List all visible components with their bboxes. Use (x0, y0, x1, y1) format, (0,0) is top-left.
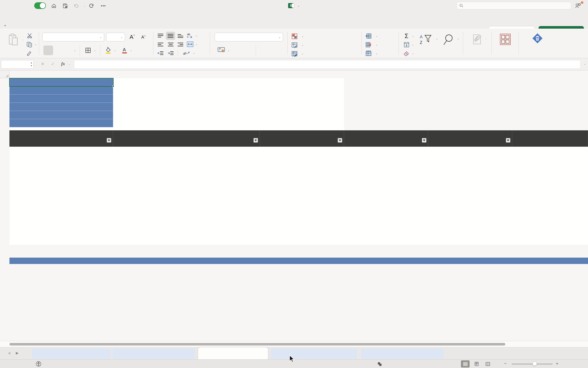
filter-button-masa-instalacja[interactable] (338, 138, 342, 143)
cell-B3[interactable] (114, 95, 341, 103)
sheet-tab-slownik-p[interactable] (523, 349, 561, 359)
cell-B6[interactable] (114, 119, 341, 127)
zoom-slider-knob[interactable] (532, 361, 537, 366)
carbowaste-icon[interactable] (530, 31, 545, 45)
tab-wstaw[interactable] (62, 15, 63, 24)
underline-button[interactable] (64, 45, 72, 55)
page-break-view-button[interactable] (483, 360, 492, 367)
cell-B1[interactable] (114, 78, 341, 86)
horizontal-scrollbar-thumb[interactable] (9, 343, 505, 346)
cell-A6[interactable] (9, 119, 113, 127)
paste-button[interactable] (6, 32, 21, 48)
comma-style-button[interactable] (243, 43, 252, 53)
font-name-select[interactable]: ⌄ (42, 33, 104, 41)
people-chat-icon[interactable] (575, 2, 583, 10)
addins-icon[interactable] (498, 33, 512, 46)
sheet-tab-potwierdzone[interactable] (113, 349, 195, 359)
sensitivity-icon[interactable] (470, 33, 484, 46)
sort-filter-icon[interactable]: AZ (418, 33, 435, 47)
tab-formuly[interactable] (167, 15, 168, 24)
table-header-masa-poza[interactable] (344, 130, 428, 147)
page-layout-view-button[interactable] (472, 360, 481, 367)
increase-decimal-icon[interactable] (259, 45, 271, 55)
cell-B5[interactable] (114, 111, 341, 119)
zoom-slider-track[interactable] (512, 364, 553, 364)
horizontal-scrollbar[interactable] (0, 341, 588, 347)
increase-font-icon[interactable]: A˄ (127, 33, 137, 41)
align-right-icon[interactable] (176, 41, 185, 48)
table-header-rodzaj[interactable] (113, 130, 260, 147)
borders-icon[interactable] (83, 46, 93, 55)
tab-uklad-strony[interactable] (126, 15, 127, 24)
cell-B2[interactable] (114, 86, 341, 95)
tab-narzedzia-glowne[interactable] (5, 15, 6, 24)
fill-color-icon[interactable] (104, 45, 113, 55)
table-header-masa-instalacja[interactable] (260, 130, 344, 147)
accounting-format-icon[interactable] (216, 45, 227, 54)
delete-cells-button[interactable]: ⌄ (365, 42, 378, 48)
decrease-indent-icon[interactable] (156, 50, 165, 57)
align-left-icon[interactable] (156, 41, 165, 48)
table-header-przekazane[interactable] (512, 130, 588, 147)
align-center-icon[interactable] (166, 41, 175, 48)
enter-icon[interactable]: ✓ (51, 61, 55, 67)
filter-button-masa-poza[interactable] (422, 138, 426, 143)
sheet-tab-keo-roczne[interactable] (198, 347, 268, 360)
zoom-out-icon[interactable]: − (504, 361, 507, 366)
italic-button[interactable] (55, 45, 63, 55)
cell-A5[interactable] (9, 111, 113, 119)
tab-recenzja[interactable] (224, 15, 225, 24)
cut-icon[interactable] (26, 32, 34, 39)
name-box-stepper[interactable]: ▲▼ (30, 61, 32, 67)
fill-down-icon[interactable] (402, 41, 411, 49)
normal-view-button[interactable] (461, 360, 470, 367)
decrease-font-icon[interactable]: A˅ (139, 33, 148, 41)
clear-icon[interactable] (402, 50, 411, 57)
addins-status[interactable] (377, 360, 384, 368)
formula-input[interactable] (74, 60, 580, 69)
sheet-tab-zestawienie-roczne[interactable] (361, 349, 443, 359)
filter-button-kod[interactable] (107, 138, 111, 143)
format-cells-button[interactable]: ⌄ (365, 51, 378, 56)
tab-automatyzacja[interactable] (283, 15, 284, 24)
percent-style-button[interactable] (233, 45, 243, 55)
copyright-row[interactable] (9, 258, 588, 264)
insert-cells-button[interactable]: ⌄ (365, 33, 378, 39)
bold-button[interactable] (43, 45, 53, 55)
accessibility-status[interactable] (36, 360, 43, 368)
sheet-tab-zestaw-mies[interactable] (271, 349, 357, 359)
align-top-icon[interactable] (156, 32, 165, 39)
filter-button-rodzaj[interactable] (253, 138, 258, 143)
merge-center-icon[interactable] (186, 40, 194, 48)
add-sheet-button[interactable] (563, 349, 572, 358)
table-range-background[interactable] (9, 130, 588, 245)
decrease-decimal-icon[interactable] (271, 45, 282, 55)
copy-icon[interactable] (25, 41, 34, 48)
sheet-nav-next-icon[interactable]: ▶ (16, 351, 19, 355)
sheet-tab-slownik-kody[interactable] (447, 349, 519, 359)
tab-rysowanie[interactable] (87, 15, 88, 24)
autosum-icon[interactable]: Σ (402, 32, 411, 40)
wrap-text-icon[interactable]: abc (186, 32, 194, 39)
sheet-tab-przeglad[interactable] (32, 349, 111, 359)
number-format-select[interactable]: ⌄ (215, 33, 283, 41)
find-select-icon[interactable] (440, 32, 457, 47)
select-all-corner[interactable] (0, 71, 9, 78)
orientation-icon[interactable]: ab (182, 49, 192, 57)
formula-bar-expand-icon[interactable]: ⌄ (584, 62, 586, 65)
align-bottom-icon[interactable] (176, 32, 185, 39)
tab-widok[interactable] (256, 15, 258, 24)
font-color-icon[interactable]: A (120, 45, 129, 55)
insert-function-icon[interactable]: fx (61, 61, 65, 66)
table-header-przetworzone[interactable] (428, 130, 512, 147)
zoom-in-icon[interactable]: + (556, 361, 558, 366)
tab-dane[interactable] (199, 15, 200, 24)
increase-indent-icon[interactable] (166, 50, 175, 57)
cancel-icon[interactable]: ✕ (41, 61, 44, 67)
fill-handle[interactable] (112, 85, 114, 87)
format-as-table-button[interactable]: ⌄ (291, 42, 304, 48)
table-header-kod[interactable] (9, 130, 113, 147)
cell-A3[interactable] (9, 95, 113, 103)
font-size-select[interactable]: ⌄ (106, 33, 125, 41)
format-painter-icon[interactable] (25, 50, 34, 57)
